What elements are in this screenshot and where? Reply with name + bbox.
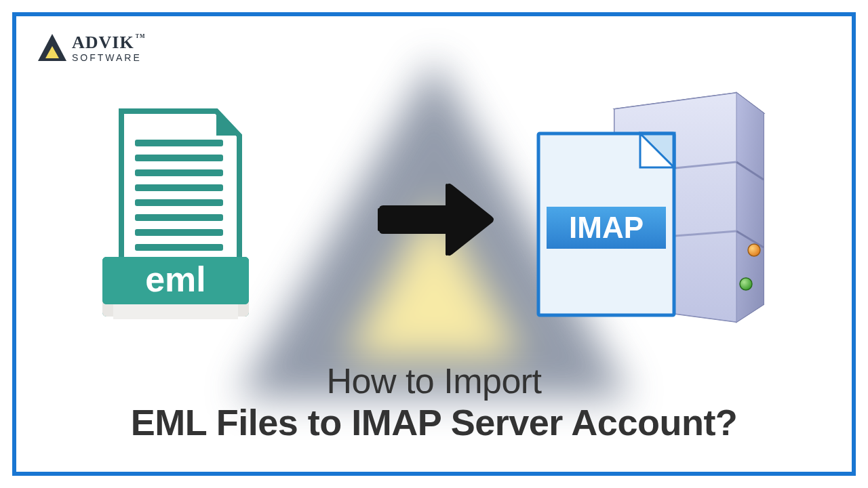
imap-label-text: IMAP [569,211,644,244]
svg-rect-13 [135,229,223,236]
headline-line2: EML Files to IMAP Server Account? [131,401,738,443]
advik-logo-text: ADVIKTM SOFTWARE [72,34,146,62]
headline: How to Import EML Files to IMAP Server A… [131,361,738,443]
svg-point-27 [740,278,752,290]
eml-file-icon: eml [87,104,264,325]
svg-rect-12 [135,214,223,221]
svg-rect-8 [135,155,223,161]
brand-name: ADVIK [72,33,134,52]
advik-logo: ADVIKTM SOFTWARE [37,33,146,64]
svg-rect-11 [135,199,223,206]
arrow-right-icon [372,176,494,264]
svg-rect-14 [135,244,223,251]
main-frame: ADVIKTM SOFTWARE eml [12,12,856,476]
svg-rect-10 [135,184,223,191]
headline-line1: How to Import [131,361,738,401]
advik-logo-icon [37,33,68,64]
svg-rect-16 [113,304,238,319]
svg-rect-9 [135,169,223,176]
trademark: TM [136,33,146,39]
eml-label-text: eml [145,260,206,299]
svg-point-26 [748,244,760,256]
imap-server-icon: IMAP [526,81,784,331]
svg-rect-7 [135,140,223,146]
brand-sub: SOFTWARE [72,53,146,62]
